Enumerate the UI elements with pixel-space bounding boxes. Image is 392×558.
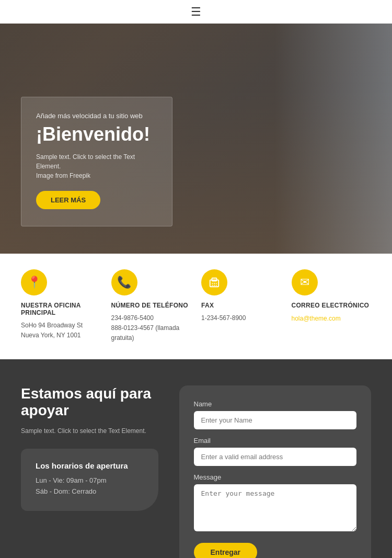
email-input[interactable] [194,448,357,466]
email-icon: ✉ [292,269,318,295]
svg-rect-3 [214,283,215,284]
support-title: Estamos aquí para apoyar [21,385,158,419]
hero-section: Añade más velocidad a tu sitio web ¡Bien… [0,24,392,254]
info-text-phone: 234-9876-5400 888-0123-4567 (llamada gra… [111,313,191,344]
name-label: Name [194,400,357,408]
info-item-phone: 📞 NÚMERO DE TELÉFONO 234-9876-5400 888-0… [111,269,191,344]
info-title-fax: FAX [201,302,281,309]
support-left: Estamos aquí para apoyar Sample text. Cl… [21,385,158,511]
info-item-fax: FAX 1-234-567-8900 [201,269,281,344]
hours-weekend: Sáb - Dom: Cerrado [36,487,144,495]
read-more-button[interactable]: LEER MÁS [36,191,100,209]
svg-rect-5 [212,285,213,286]
location-icon: 📍 [21,269,47,295]
fax-icon [201,269,227,295]
header: ☰ [0,0,392,24]
hours-card: Los horarios de apertura Lun - Vie: 09am… [21,449,158,511]
info-item-office: 📍 NUESTRA OFICINA PRINCIPAL SoHo 94 Broa… [21,269,101,344]
info-text-fax: 1-234-567-8900 [201,313,281,323]
info-bar: 📍 NUESTRA OFICINA PRINCIPAL SoHo 94 Broa… [0,254,392,359]
support-description: Sample text. Click to select the Text El… [21,426,158,436]
info-text-office: SoHo 94 Broadway St Nueva York, NY 1001 [21,321,101,340]
contact-form: Name Email Message Entregar [179,385,372,558]
hero-title: ¡Bienvenido! [36,124,157,145]
svg-rect-2 [212,283,213,284]
info-title-office: NUESTRA OFICINA PRINCIPAL [21,302,101,316]
hero-description: Sample text. Click to select the Text El… [36,152,157,180]
message-textarea[interactable] [194,484,357,531]
info-title-email: CORREO ELECTRÓNICO [292,302,372,309]
hero-subtitle: Añade más velocidad a tu sitio web [36,112,157,120]
svg-rect-7 [216,285,217,286]
phone-icon: 📞 [111,269,137,295]
menu-icon[interactable]: ☰ [191,5,201,19]
info-item-email: ✉ CORREO ELECTRÓNICO hola@theme.com [292,269,372,344]
name-input[interactable] [194,411,357,429]
support-section: Estamos aquí para apoyar Sample text. Cl… [0,359,392,558]
email-label: Email [194,437,357,445]
hours-title: Los horarios de apertura [36,461,144,470]
svg-rect-4 [216,283,217,284]
email-link[interactable]: hola@theme.com [292,315,341,322]
svg-rect-6 [214,285,215,286]
message-label: Message [194,473,357,481]
hero-card: Añade más velocidad a tu sitio web ¡Bien… [21,97,172,226]
hours-weekdays: Lun - Vie: 09am - 07pm [36,476,144,484]
info-title-phone: NÚMERO DE TELÉFONO [111,302,191,309]
submit-button[interactable]: Entregar [194,543,258,558]
